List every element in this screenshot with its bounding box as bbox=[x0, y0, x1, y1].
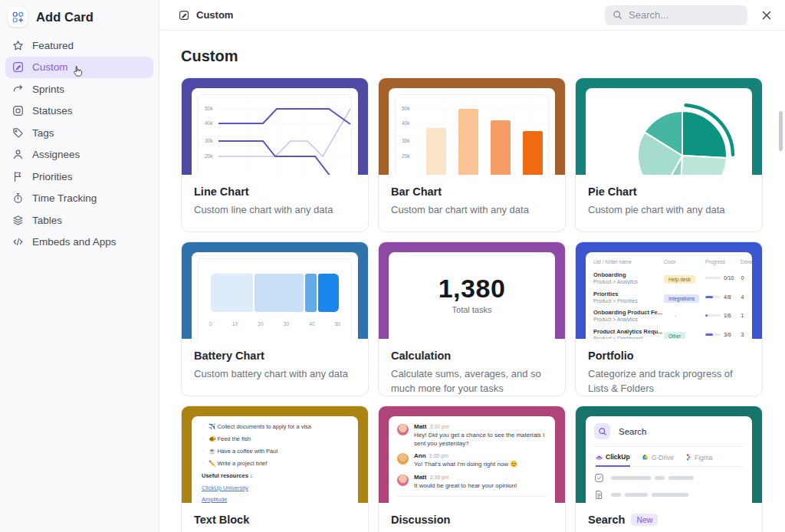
empty-badge: - bbox=[664, 313, 687, 318]
card-title: Portfolio bbox=[588, 350, 750, 362]
card-title: Calculation bbox=[391, 350, 553, 362]
svg-text:30k: 30k bbox=[205, 138, 213, 143]
card-pie-chart[interactable]: Pie Chart Custom pie chart with any data bbox=[575, 77, 763, 232]
task-check-icon bbox=[594, 473, 604, 483]
sidebar-item-label: Tables bbox=[32, 215, 62, 226]
tab-clickup: ClickUp bbox=[596, 453, 630, 467]
card-description: Custom bar chart with any data bbox=[391, 203, 553, 218]
avatar bbox=[397, 424, 409, 435]
portfolio-table-preview: List / folder name Color Progress Done O… bbox=[586, 252, 752, 339]
card-text-block[interactable]: ✈️ Collect documents to apply for a visa… bbox=[181, 406, 369, 532]
modal-title: Add Card bbox=[36, 10, 94, 25]
sidebar-item-label: Custom bbox=[32, 61, 68, 73]
sidebar-item-featured[interactable]: Featured bbox=[5, 34, 153, 57]
card-description: Custom battery chart with any data bbox=[194, 367, 356, 382]
add-card-icon bbox=[8, 7, 28, 27]
stopwatch-icon bbox=[12, 192, 24, 204]
sprint-icon bbox=[12, 84, 24, 95]
card-search[interactable]: Search ClickUp bbox=[575, 406, 763, 532]
code-icon bbox=[12, 236, 24, 248]
sidebar-item-time-tracking[interactable]: Time Tracking bbox=[5, 188, 153, 210]
battery-segment bbox=[211, 274, 253, 312]
figma-logo-icon bbox=[685, 454, 691, 461]
battery-chart-preview: 01020304050 bbox=[205, 265, 345, 339]
card-title: Bar Chart bbox=[391, 186, 553, 198]
search-preview: Search ClickUp bbox=[586, 416, 752, 500]
mouse-cursor bbox=[71, 64, 85, 79]
stack-icon bbox=[12, 215, 24, 226]
card-bar-chart[interactable]: 50k 40k 30k 20k Bar Chart Custom bar bbox=[378, 77, 566, 232]
close-icon bbox=[761, 10, 772, 21]
table-row: Onboarding Product Fe...Product > Analyt… bbox=[593, 307, 744, 325]
topbar: Custom Search... bbox=[160, 0, 785, 31]
card-title: Line Chart bbox=[194, 186, 356, 198]
bar-chart-thumbnail: 50k 40k 30k 20k bbox=[379, 78, 565, 175]
tab-figma: Figma bbox=[685, 453, 713, 466]
card-calculation[interactable]: 1,380 Total tasks Calculation Calculate … bbox=[378, 241, 566, 396]
edit-icon bbox=[179, 10, 189, 21]
avatar bbox=[397, 453, 409, 465]
avatar bbox=[397, 475, 409, 486]
battery-chart-thumbnail: 01020304050 bbox=[182, 242, 368, 339]
sidebar-item-tables[interactable]: Tables bbox=[5, 209, 153, 232]
breadcrumb: Custom bbox=[160, 9, 233, 21]
breadcrumb-label: Custom bbox=[196, 9, 233, 21]
card-description: Categorize and track progress of Lists &… bbox=[588, 367, 750, 396]
content-area: Custom 50k 40k 30k 20k bbox=[160, 31, 785, 532]
card-discussion[interactable]: Matt3:30 pm Hey! Did you get a chance to… bbox=[378, 406, 566, 532]
sidebar-header: Add Card bbox=[0, 0, 159, 34]
sidebar-item-statuses[interactable]: Statuses bbox=[5, 100, 153, 123]
status-badge: Integrations bbox=[664, 294, 699, 303]
svg-text:40k: 40k bbox=[402, 120, 410, 126]
battery-segment bbox=[305, 274, 316, 312]
battery-segment bbox=[255, 274, 304, 312]
calculation-thumbnail: 1,380 Total tasks bbox=[379, 242, 565, 339]
svg-text:30k: 30k bbox=[402, 138, 410, 143]
sidebar-item-sprints[interactable]: Sprints bbox=[5, 78, 153, 100]
sidebar-item-label: Statuses bbox=[32, 105, 73, 117]
card-line-chart[interactable]: 50k 40k 30k 20k Line Chart Custom line c… bbox=[181, 77, 369, 232]
close-button[interactable] bbox=[755, 10, 778, 21]
discussion-thumbnail: Matt3:30 pm Hey! Did you get a chance to… bbox=[379, 406, 565, 503]
search-icon bbox=[594, 423, 610, 439]
add-card-modal: Add Card Featured Custom Sprints Statuse… bbox=[0, 0, 785, 532]
card-title: Battery Chart bbox=[194, 350, 356, 362]
sidebar-item-label: Assignees bbox=[32, 149, 80, 160]
card-title: Text Block bbox=[194, 514, 356, 526]
edit-icon bbox=[12, 61, 24, 73]
table-row: Product Analytics Requ...Product > Dashb… bbox=[593, 325, 744, 339]
battery-axis: 01020304050 bbox=[209, 321, 340, 327]
person-icon bbox=[12, 149, 24, 160]
sidebar-item-priorities[interactable]: Priorities bbox=[5, 166, 153, 188]
chat-message: Matt3:38 pm It would be great to hear yo… bbox=[397, 474, 547, 490]
portfolio-thumbnail: List / folder name Color Progress Done O… bbox=[576, 242, 762, 339]
calculation-preview: 1,380 Total tasks bbox=[389, 252, 555, 339]
svg-text:50k: 50k bbox=[402, 106, 410, 111]
sidebar-item-assignees[interactable]: Assignees bbox=[5, 144, 153, 166]
status-badge: Help desk bbox=[664, 275, 695, 284]
card-description: Custom pie chart with any data bbox=[588, 203, 750, 218]
svg-text:50k: 50k bbox=[205, 106, 213, 111]
text-block-preview: ✈️ Collect documents to apply for a visa… bbox=[192, 416, 358, 503]
message-composer: Message Post bbox=[397, 496, 547, 503]
card-title: Pie Chart bbox=[588, 186, 750, 198]
table-row: PrioritiesProduct > Priorities Integrati… bbox=[593, 287, 744, 307]
search-result-row bbox=[594, 490, 744, 500]
sidebar-item-embeds-apps[interactable]: Embeds and Apps bbox=[5, 232, 153, 254]
chat-message: Matt3:30 pm Hey! Did you get a chance to… bbox=[397, 423, 547, 448]
sidebar-item-tags[interactable]: Tags bbox=[5, 122, 153, 144]
sidebar: Add Card Featured Custom Sprints Statuse… bbox=[0, 0, 159, 532]
card-portfolio[interactable]: List / folder name Color Progress Done O… bbox=[575, 241, 763, 396]
pie-chart-preview bbox=[592, 94, 746, 175]
sidebar-item-label: Time Tracking bbox=[32, 192, 97, 204]
search-placeholder: Search... bbox=[629, 9, 668, 21]
search-result-row bbox=[594, 473, 744, 483]
cards-grid: 50k 40k 30k 20k Line Chart Custom line c… bbox=[181, 77, 785, 532]
battery-segment bbox=[318, 274, 339, 312]
scrollbar-thumb[interactable] bbox=[779, 111, 783, 151]
text-block-thumbnail: ✈️ Collect documents to apply for a visa… bbox=[182, 406, 368, 503]
card-battery-chart[interactable]: 01020304050 Battery Chart Custom battery… bbox=[181, 241, 369, 396]
chat-message: Ann3:35 pm Yo! That's what I'm doing rig… bbox=[397, 452, 547, 468]
sidebar-item-label: Tags bbox=[32, 127, 54, 139]
search-input[interactable]: Search... bbox=[605, 5, 747, 25]
